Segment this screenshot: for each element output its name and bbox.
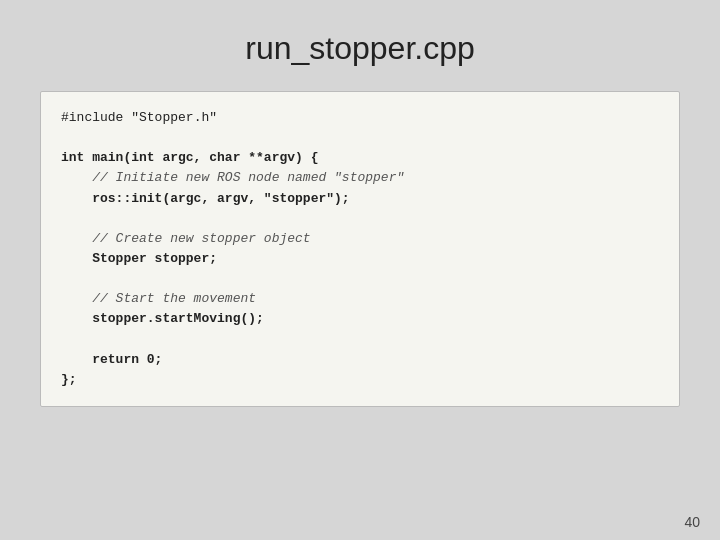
- code-line-11: stopper.startMoving();: [61, 309, 659, 329]
- slide-title: run_stopper.cpp: [245, 30, 475, 67]
- code-line-7: // Create new stopper object: [61, 229, 659, 249]
- code-line-9: [61, 269, 659, 289]
- code-line-3: int main(int argc, char **argv) {: [61, 148, 659, 168]
- code-line-2: [61, 128, 659, 148]
- slide-container: run_stopper.cpp #include "Stopper.h" int…: [0, 0, 720, 540]
- code-line-10: // Start the movement: [61, 289, 659, 309]
- code-line-14: };: [61, 370, 659, 390]
- code-line-8: Stopper stopper;: [61, 249, 659, 269]
- code-line-13: return 0;: [61, 350, 659, 370]
- code-line-4: // Initiate new ROS node named "stopper": [61, 168, 659, 188]
- code-line-5: ros::init(argc, argv, "stopper");: [61, 189, 659, 209]
- code-line-1: #include "Stopper.h": [61, 108, 659, 128]
- page-number: 40: [684, 514, 700, 530]
- code-line-6: [61, 209, 659, 229]
- code-line-12: [61, 330, 659, 350]
- code-box: #include "Stopper.h" int main(int argc, …: [40, 91, 680, 407]
